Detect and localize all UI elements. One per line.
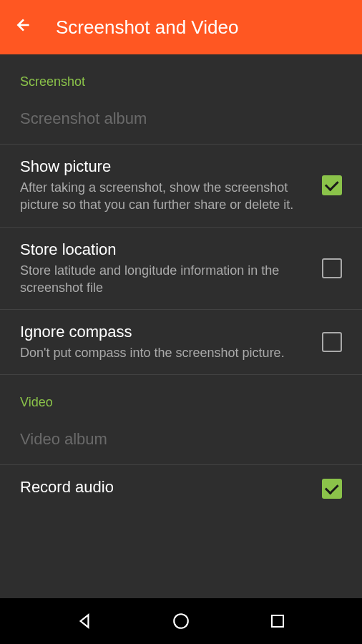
nav-back-icon[interactable] (74, 611, 94, 631)
setting-title: Store location (20, 240, 310, 259)
setting-store-location[interactable]: Store location Store latitude and longit… (0, 228, 362, 310)
svg-rect-1 (272, 615, 283, 627)
back-icon[interactable] (14, 16, 33, 39)
setting-show-picture[interactable]: Show picture After taking a screenshot, … (0, 145, 362, 227)
checkbox-store-location[interactable] (322, 258, 342, 278)
setting-title: Screenshot album (20, 109, 331, 128)
nav-recent-icon[interactable] (268, 611, 288, 631)
section-label-screenshot: Screenshot (0, 54, 362, 97)
setting-title: Record audio (20, 478, 310, 497)
setting-desc: After taking a screenshot, show the scre… (20, 179, 310, 214)
setting-desc: Don't put compass into the screenshot pi… (20, 344, 310, 361)
setting-video-album[interactable]: Video album (0, 417, 362, 464)
setting-title: Show picture (20, 157, 310, 176)
section-label-video: Video (0, 375, 362, 417)
checkbox-show-picture[interactable] (322, 175, 342, 195)
setting-screenshot-album[interactable]: Screenshot album (0, 97, 362, 144)
setting-title: Video album (20, 430, 331, 449)
checkbox-record-audio[interactable] (322, 479, 342, 499)
setting-record-audio[interactable]: Record audio (0, 465, 362, 512)
checkbox-ignore-compass[interactable] (322, 332, 342, 352)
settings-content: Screenshot Screenshot album Show picture… (0, 54, 362, 512)
setting-ignore-compass[interactable]: Ignore compass Don't put compass into th… (0, 310, 362, 374)
svg-point-0 (174, 614, 188, 628)
setting-title: Ignore compass (20, 323, 310, 341)
app-header: Screenshot and Video (0, 0, 362, 54)
setting-desc: Store latitude and longitude information… (20, 262, 310, 297)
page-title: Screenshot and Video (56, 16, 238, 39)
nav-home-icon[interactable] (171, 611, 191, 631)
navigation-bar (0, 598, 362, 644)
